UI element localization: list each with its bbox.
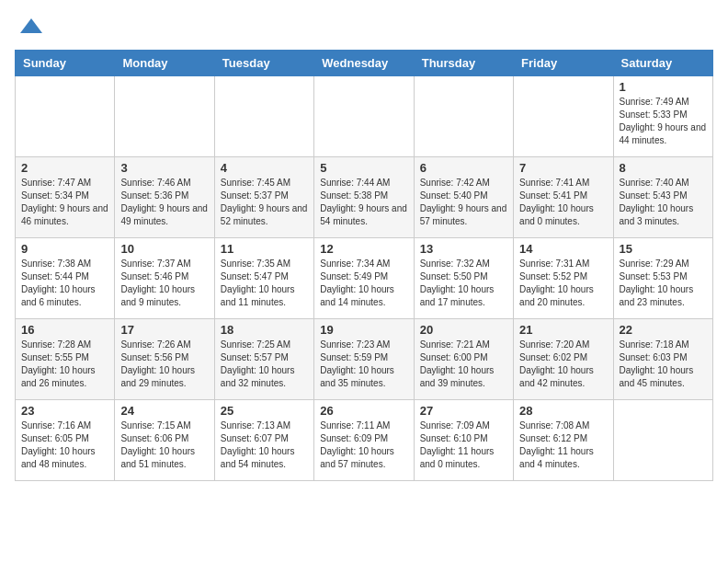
calendar-cell: 28Sunrise: 7:08 AM Sunset: 6:12 PM Dayli…: [514, 400, 613, 481]
calendar-week-row: 16Sunrise: 7:28 AM Sunset: 5:55 PM Dayli…: [16, 319, 713, 400]
day-number: 1: [620, 80, 707, 94]
day-number: 6: [420, 161, 507, 175]
day-number: 21: [519, 323, 607, 337]
day-number: 8: [620, 161, 707, 175]
calendar-week-row: 1Sunrise: 7:49 AM Sunset: 5:33 PM Daylig…: [16, 76, 713, 157]
day-info: Sunrise: 7:34 AM Sunset: 5:49 PM Dayligh…: [320, 258, 407, 309]
calendar-cell: 6Sunrise: 7:42 AM Sunset: 5:40 PM Daylig…: [414, 157, 513, 238]
day-info: Sunrise: 7:23 AM Sunset: 5:59 PM Dayligh…: [320, 339, 407, 390]
calendar-cell: 21Sunrise: 7:20 AM Sunset: 6:02 PM Dayli…: [514, 319, 613, 400]
calendar-cell: [115, 76, 214, 157]
calendar-table: SundayMondayTuesdayWednesdayThursdayFrid…: [15, 50, 713, 481]
day-header-monday: Monday: [115, 51, 214, 76]
calendar-header-row: SundayMondayTuesdayWednesdayThursdayFrid…: [16, 51, 713, 76]
calendar-cell: 14Sunrise: 7:31 AM Sunset: 5:52 PM Dayli…: [514, 238, 613, 319]
day-number: 13: [420, 242, 507, 256]
calendar-cell: 4Sunrise: 7:45 AM Sunset: 5:37 PM Daylig…: [214, 157, 313, 238]
day-number: 16: [21, 323, 108, 337]
calendar-cell: [16, 76, 115, 157]
calendar-cell: [314, 76, 414, 157]
day-info: Sunrise: 7:28 AM Sunset: 5:55 PM Dayligh…: [21, 339, 108, 390]
day-header-tuesday: Tuesday: [214, 51, 313, 76]
calendar-week-row: 2Sunrise: 7:47 AM Sunset: 5:34 PM Daylig…: [16, 157, 713, 238]
calendar-cell: 8Sunrise: 7:40 AM Sunset: 5:43 PM Daylig…: [613, 157, 712, 238]
day-info: Sunrise: 7:32 AM Sunset: 5:50 PM Dayligh…: [420, 258, 507, 309]
day-info: Sunrise: 7:15 AM Sunset: 6:06 PM Dayligh…: [120, 419, 208, 471]
day-info: Sunrise: 7:40 AM Sunset: 5:43 PM Dayligh…: [620, 177, 707, 228]
day-info: Sunrise: 7:25 AM Sunset: 5:57 PM Dayligh…: [221, 339, 308, 390]
svg-marker-0: [20, 18, 42, 33]
calendar-cell: 17Sunrise: 7:26 AM Sunset: 5:56 PM Dayli…: [115, 319, 214, 400]
day-number: 11: [221, 242, 308, 256]
day-info: Sunrise: 7:08 AM Sunset: 6:12 PM Dayligh…: [519, 419, 607, 471]
calendar-cell: 24Sunrise: 7:15 AM Sunset: 6:06 PM Dayli…: [115, 400, 214, 481]
calendar-cell: [514, 76, 613, 157]
day-number: 17: [120, 323, 208, 337]
calendar-cell: 19Sunrise: 7:23 AM Sunset: 5:59 PM Dayli…: [314, 319, 414, 400]
day-info: Sunrise: 7:21 AM Sunset: 6:00 PM Dayligh…: [420, 339, 507, 390]
day-info: Sunrise: 7:13 AM Sunset: 6:07 PM Dayligh…: [221, 419, 308, 471]
day-number: 24: [120, 404, 208, 418]
day-header-saturday: Saturday: [613, 51, 712, 76]
calendar-cell: 20Sunrise: 7:21 AM Sunset: 6:00 PM Dayli…: [414, 319, 513, 400]
calendar-cell: 23Sunrise: 7:16 AM Sunset: 6:05 PM Dayli…: [16, 400, 115, 481]
calendar-cell: 13Sunrise: 7:32 AM Sunset: 5:50 PM Dayli…: [414, 238, 513, 319]
day-number: 12: [320, 242, 407, 256]
calendar-cell: 27Sunrise: 7:09 AM Sunset: 6:10 PM Dayli…: [414, 400, 513, 481]
page-header: [15, 15, 713, 40]
day-number: 28: [519, 404, 607, 418]
calendar-cell: 11Sunrise: 7:35 AM Sunset: 5:47 PM Dayli…: [214, 238, 313, 319]
day-number: 2: [21, 161, 108, 175]
calendar-cell: 25Sunrise: 7:13 AM Sunset: 6:07 PM Dayli…: [214, 400, 313, 481]
calendar-cell: 18Sunrise: 7:25 AM Sunset: 5:57 PM Dayli…: [214, 319, 313, 400]
calendar-cell: 12Sunrise: 7:34 AM Sunset: 5:49 PM Dayli…: [314, 238, 414, 319]
day-info: Sunrise: 7:09 AM Sunset: 6:10 PM Dayligh…: [420, 419, 507, 471]
day-header-wednesday: Wednesday: [314, 51, 414, 76]
day-number: 9: [21, 242, 108, 256]
day-info: Sunrise: 7:20 AM Sunset: 6:02 PM Dayligh…: [519, 339, 607, 390]
calendar-week-row: 9Sunrise: 7:38 AM Sunset: 5:44 PM Daylig…: [16, 238, 713, 319]
day-number: 3: [120, 161, 208, 175]
day-info: Sunrise: 7:26 AM Sunset: 5:56 PM Dayligh…: [120, 339, 208, 390]
day-info: Sunrise: 7:46 AM Sunset: 5:36 PM Dayligh…: [120, 177, 208, 228]
day-number: 7: [519, 161, 607, 175]
logo-icon: [18, 15, 44, 40]
day-number: 15: [620, 242, 707, 256]
day-info: Sunrise: 7:16 AM Sunset: 6:05 PM Dayligh…: [21, 419, 108, 471]
calendar-cell: 2Sunrise: 7:47 AM Sunset: 5:34 PM Daylig…: [16, 157, 115, 238]
calendar-cell: 9Sunrise: 7:38 AM Sunset: 5:44 PM Daylig…: [16, 238, 115, 319]
day-number: 18: [221, 323, 308, 337]
calendar-cell: 15Sunrise: 7:29 AM Sunset: 5:53 PM Dayli…: [613, 238, 712, 319]
calendar-cell: [613, 400, 712, 481]
day-number: 4: [221, 161, 308, 175]
day-info: Sunrise: 7:44 AM Sunset: 5:38 PM Dayligh…: [320, 177, 407, 228]
day-info: Sunrise: 7:29 AM Sunset: 5:53 PM Dayligh…: [620, 258, 707, 309]
day-info: Sunrise: 7:47 AM Sunset: 5:34 PM Dayligh…: [21, 177, 108, 228]
calendar-cell: 22Sunrise: 7:18 AM Sunset: 6:03 PM Dayli…: [613, 319, 712, 400]
day-info: Sunrise: 7:41 AM Sunset: 5:41 PM Dayligh…: [519, 177, 607, 228]
day-number: 14: [519, 242, 607, 256]
day-number: 25: [221, 404, 308, 418]
day-number: 22: [620, 323, 707, 337]
day-number: 5: [320, 161, 407, 175]
day-header-friday: Friday: [514, 51, 613, 76]
day-info: Sunrise: 7:49 AM Sunset: 5:33 PM Dayligh…: [620, 96, 707, 147]
calendar-cell: 10Sunrise: 7:37 AM Sunset: 5:46 PM Dayli…: [115, 238, 214, 319]
logo: [15, 15, 44, 40]
day-header-thursday: Thursday: [414, 51, 513, 76]
day-info: Sunrise: 7:18 AM Sunset: 6:03 PM Dayligh…: [620, 339, 707, 390]
calendar-cell: [214, 76, 313, 157]
calendar-cell: 1Sunrise: 7:49 AM Sunset: 5:33 PM Daylig…: [613, 76, 712, 157]
day-info: Sunrise: 7:42 AM Sunset: 5:40 PM Dayligh…: [420, 177, 507, 228]
day-number: 26: [320, 404, 407, 418]
day-info: Sunrise: 7:35 AM Sunset: 5:47 PM Dayligh…: [221, 258, 308, 309]
calendar-week-row: 23Sunrise: 7:16 AM Sunset: 6:05 PM Dayli…: [16, 400, 713, 481]
calendar-cell: 5Sunrise: 7:44 AM Sunset: 5:38 PM Daylig…: [314, 157, 414, 238]
calendar-cell: 7Sunrise: 7:41 AM Sunset: 5:41 PM Daylig…: [514, 157, 613, 238]
day-number: 27: [420, 404, 507, 418]
calendar-cell: [414, 76, 513, 157]
day-info: Sunrise: 7:11 AM Sunset: 6:09 PM Dayligh…: [320, 419, 407, 471]
day-number: 20: [420, 323, 507, 337]
day-info: Sunrise: 7:37 AM Sunset: 5:46 PM Dayligh…: [120, 258, 208, 309]
calendar-cell: 16Sunrise: 7:28 AM Sunset: 5:55 PM Dayli…: [16, 319, 115, 400]
